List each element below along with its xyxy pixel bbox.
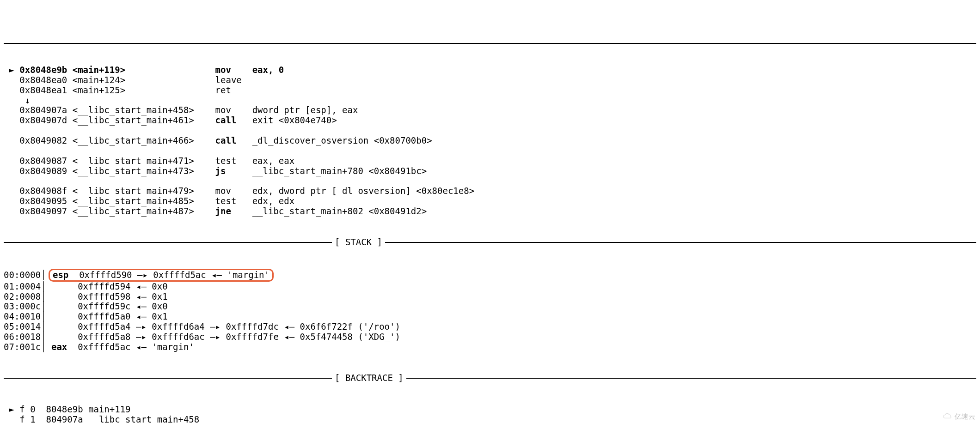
stack-line: 04:0010│ 0xffffd5a0 ◂— 0x1 <box>4 312 976 322</box>
disasm-line <box>4 176 976 186</box>
stack-section-divider: [ STACK ] <box>4 237 976 248</box>
stack-section-label: [ STACK ] <box>332 237 385 248</box>
stack-line: 05:0014│ 0xffffd5a4 —▸ 0xffffd6a4 —▸ 0xf… <box>4 322 976 332</box>
stack-line: 02:0008│ 0xffffd598 ◂— 0x1 <box>4 292 976 302</box>
disasm-line: 0x8049097 <__libc_start_main+487> jne __… <box>4 206 976 217</box>
stack-content: 0xffffd594 ◂— 0x0 <box>67 281 167 291</box>
stack-content: 0xffffd5ac ◂— 'margin' <box>67 342 194 352</box>
disasm-line: 0x8049095 <__libc_start_main+485> test e… <box>4 196 976 206</box>
stack-offset: 00:0000│ <box>4 270 51 280</box>
stack-offset: 02:0008│ <box>4 291 51 302</box>
stack-register <box>51 321 67 332</box>
disassembly-block: ► 0x8048e9b <main+119> mov eax, 0 0x8048… <box>4 65 976 217</box>
stack-register <box>51 311 67 321</box>
backtrace-line: f 1 804907a __libc_start_main+458 <box>4 415 976 423</box>
stack-content: 0xffffd598 ◂— 0x1 <box>67 291 167 302</box>
disasm-line: ↓ <box>4 96 976 106</box>
disasm-line: 0x804907a <__libc_start_main+458> mov dw… <box>4 105 976 115</box>
disasm-line: 0x8049087 <__libc_start_main+471> test e… <box>4 156 976 166</box>
disasm-line: 0x8049089 <__libc_start_main+473> js __l… <box>4 166 976 176</box>
stack-offset: 03:000c│ <box>4 301 51 311</box>
stack-line: 06:0018│ 0xffffd5a8 —▸ 0xffffd6ac —▸ 0xf… <box>4 332 976 342</box>
stack-register <box>51 281 67 291</box>
backtrace-line: ► f 0 8048e9b main+119 <box>4 405 976 415</box>
stack-register: eax <box>51 342 67 352</box>
top-rule <box>4 43 976 44</box>
disasm-line <box>4 146 976 156</box>
disasm-line <box>4 126 976 136</box>
backtrace-block: ► f 0 8048e9b main+119 f 1 804907a __lib… <box>4 405 976 423</box>
stack-content: 0xffffd5a8 —▸ 0xffffd6ac —▸ 0xffffd7fe ◂… <box>67 332 400 342</box>
stack-offset: 04:0010│ <box>4 311 51 321</box>
stack-offset: 05:0014│ <box>4 321 51 332</box>
stack-offset: 01:0004│ <box>4 281 51 291</box>
watermark: 亿速云 <box>943 412 975 420</box>
stack-offset: 06:0018│ <box>4 332 51 342</box>
stack-register <box>51 301 67 311</box>
disasm-line: 0x804908f <__libc_start_main+479> mov ed… <box>4 186 976 196</box>
stack-content: 0xffffd5a0 ◂— 0x1 <box>67 311 167 321</box>
disasm-line: 0x8049082 <__libc_start_main+466> call _… <box>4 136 976 146</box>
stack-register <box>51 332 67 342</box>
stack-line: 07:001c│ eax 0xffffd5ac ◂— 'margin' <box>4 342 976 352</box>
disasm-line: 0x8048ea1 <main+125> ret <box>4 85 976 96</box>
stack-register <box>51 291 67 302</box>
backtrace-section-label: [ BACKTRACE ] <box>332 373 406 383</box>
disasm-line: 0x8048ea0 <main+124> leave <box>4 75 976 85</box>
stack-line: 00:0000│ esp 0xffffd590 —▸ 0xffffd5ac ◂—… <box>4 269 976 282</box>
watermark-text: 亿速云 <box>955 412 975 420</box>
esp-highlight: esp 0xffffd590 —▸ 0xffffd5ac ◂— 'margin' <box>49 269 274 282</box>
cloud-icon <box>943 413 953 419</box>
stack-offset: 07:001c│ <box>4 342 51 352</box>
stack-line: 01:0004│ 0xffffd594 ◂— 0x0 <box>4 282 976 292</box>
stack-content: 0xffffd59c ◂— 0x0 <box>67 301 167 311</box>
backtrace-section-divider: [ BACKTRACE ] <box>4 373 976 383</box>
disasm-line: ► 0x8048e9b <main+119> mov eax, 0 <box>4 65 976 75</box>
stack-line: 03:000c│ 0xffffd59c ◂— 0x0 <box>4 302 976 312</box>
stack-block: 00:0000│ esp 0xffffd590 —▸ 0xffffd5ac ◂—… <box>4 269 976 352</box>
disasm-line: 0x804907d <__libc_start_main+461> call e… <box>4 115 976 126</box>
stack-content: 0xffffd5a4 —▸ 0xffffd6a4 —▸ 0xffffd7dc ◂… <box>67 321 400 332</box>
